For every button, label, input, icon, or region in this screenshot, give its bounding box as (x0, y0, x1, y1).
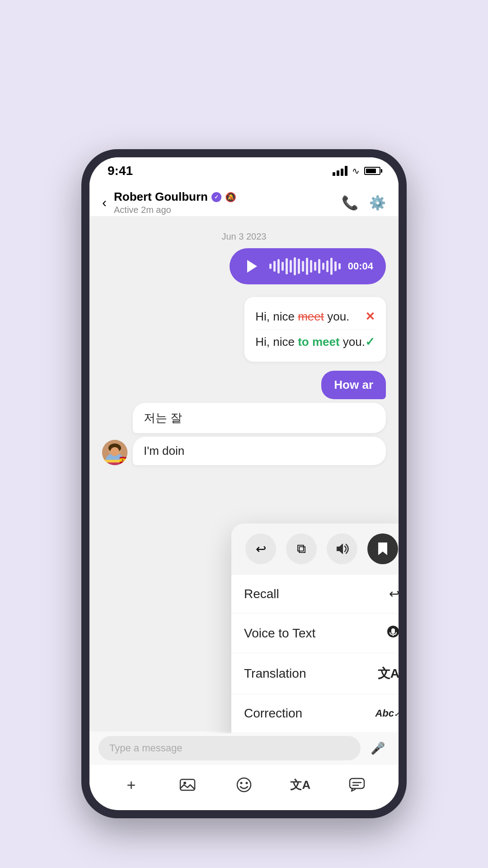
svg-rect-18 (350, 778, 364, 788)
phone-screen: 9:41 ∿ ‹ (89, 157, 399, 810)
corrected-text: Hi, nice to meet you. (255, 335, 365, 349)
toolbar-emoji-button[interactable] (232, 773, 256, 797)
signal-bars-icon (333, 166, 347, 176)
back-button[interactable]: ‹ (102, 195, 107, 210)
battery-icon (364, 167, 380, 175)
corrected-word: to meet (298, 335, 339, 349)
header-actions: 📞 ⚙️ (342, 195, 386, 211)
svg-marker-7 (337, 543, 343, 554)
chat-inner: Jun 3 2023 (89, 216, 399, 479)
incoming-bubble-korean: 저는 잘 (133, 403, 386, 433)
incoming-text-korean: 저는 잘 (144, 411, 182, 425)
original-text: Hi, nice meet you. (255, 310, 349, 324)
input-bar: Type a message 🎤 (89, 731, 399, 765)
status-icons: ∿ (333, 165, 380, 176)
context-menu: ↩ ⧉ (231, 524, 399, 733)
incoming-messages-col: 저는 잘 I'm doin (133, 403, 386, 465)
play-triangle-icon (247, 260, 257, 273)
bottom-toolbar: + 文A (89, 769, 399, 801)
speaker-svg-icon (335, 542, 349, 555)
check-mark-icon: ✓ (365, 335, 375, 349)
date-separator: Jun 3 2023 (102, 231, 386, 242)
phone-shell: 9:41 ∿ ‹ (81, 149, 407, 818)
play-button[interactable] (242, 256, 262, 276)
call-button[interactable]: 📞 (342, 195, 358, 211)
contact-info: Robert Goulburn ✓ 🔕 Active 2m ago (114, 190, 342, 215)
wifi-icon: ∿ (352, 165, 360, 176)
svg-point-14 (183, 782, 186, 784)
outgoing-message-bubble: How ar (321, 371, 386, 399)
svg-point-16 (240, 782, 242, 784)
emoji-icon (236, 777, 252, 793)
svg-rect-9 (391, 628, 395, 634)
contact-status: Active 2m ago (114, 205, 342, 215)
menu-item-correction[interactable]: Correction Abc✓ (231, 694, 399, 732)
menu-item-ai-grammer[interactable]: Ai Grammer AI (231, 732, 399, 733)
menu-item-recall-label: Recall (244, 587, 279, 601)
voice-bubble[interactable]: 00:04 (230, 248, 386, 284)
menu-speaker-icon-btn[interactable] (327, 533, 357, 564)
verified-badge-icon: ✓ (211, 192, 221, 202)
menu-item-voice-to-text[interactable]: Voice to Text (231, 613, 399, 653)
correction-card: Hi, nice meet you. ✕ Hi, nice to meet yo… (244, 297, 386, 362)
menu-item-voice-to-text-label: Voice to Text (244, 626, 315, 641)
mic-button[interactable]: 🎤 (366, 736, 389, 760)
contact-name: Robert Goulburn ✓ 🔕 (114, 190, 342, 204)
correction-original-row: Hi, nice meet you. ✕ (255, 307, 375, 326)
status-bar: 9:41 ∿ (89, 157, 399, 184)
menu-item-translation-label: Translation (244, 666, 306, 681)
toolbar-translate-button[interactable]: 文A (289, 773, 312, 797)
correction-corrected-row: Hi, nice to meet you. ✓ (255, 329, 375, 352)
voice-message: 00:04 (102, 248, 386, 284)
menu-item-translation[interactable]: Translation 文A (231, 653, 399, 694)
voice-to-text-icon (387, 625, 399, 641)
svg-point-4 (110, 447, 119, 456)
menu-item-correction-label: Correction (244, 706, 302, 721)
toolbar-image-button[interactable] (176, 773, 199, 797)
bookmark-svg-icon (377, 542, 388, 556)
correction-icon: Abc✓ (375, 708, 399, 719)
message-placeholder: Type a message (109, 742, 182, 754)
menu-copy-icon-btn[interactable]: ⧉ (286, 533, 317, 564)
status-time: 9:41 (108, 164, 133, 178)
recall-icon: ↩ (389, 586, 399, 601)
menu-bookmark-icon-btn[interactable] (367, 533, 398, 564)
toolbar-chat-button[interactable] (345, 773, 369, 797)
flag-badge: 🇪🇸 (119, 455, 127, 465)
incoming-text-english: I'm doin (144, 444, 184, 458)
menu-icons-row: ↩ ⧉ (231, 524, 399, 574)
svg-rect-13 (180, 779, 195, 790)
settings-button[interactable]: ⚙️ (369, 195, 386, 211)
svg-point-15 (237, 778, 251, 792)
x-mark-icon: ✕ (365, 310, 375, 324)
menu-item-recall[interactable]: Recall ↩ (231, 574, 399, 613)
menu-recall-icon-btn[interactable]: ↩ (245, 533, 276, 564)
phone-wrapper: 9:41 ∿ ‹ (81, 149, 407, 836)
incoming-bubble-english: I'm doin (133, 437, 386, 465)
avatar: 🇪🇸 (102, 440, 127, 465)
translation-icon: 文A (378, 665, 399, 682)
voice-to-text-svg-icon (387, 625, 399, 638)
chat-icon (349, 777, 365, 793)
image-icon (179, 777, 196, 793)
outgoing-text: How ar (334, 378, 373, 392)
chat-scroll-area: Jun 3 2023 (89, 216, 399, 733)
svg-point-17 (245, 782, 248, 784)
wrong-word: meet (298, 310, 324, 323)
waveform-icon (269, 257, 341, 275)
mute-icon: 🔕 (225, 192, 236, 203)
chat-header: ‹ Robert Goulburn ✓ 🔕 Active 2m ago 📞 ⚙️ (89, 184, 399, 221)
voice-duration: 00:04 (348, 260, 373, 272)
toolbar-plus-button[interactable]: + (119, 773, 143, 797)
message-input[interactable]: Type a message (99, 736, 361, 760)
incoming-group: 🇪🇸 How ar 저는 잘 (102, 371, 386, 465)
